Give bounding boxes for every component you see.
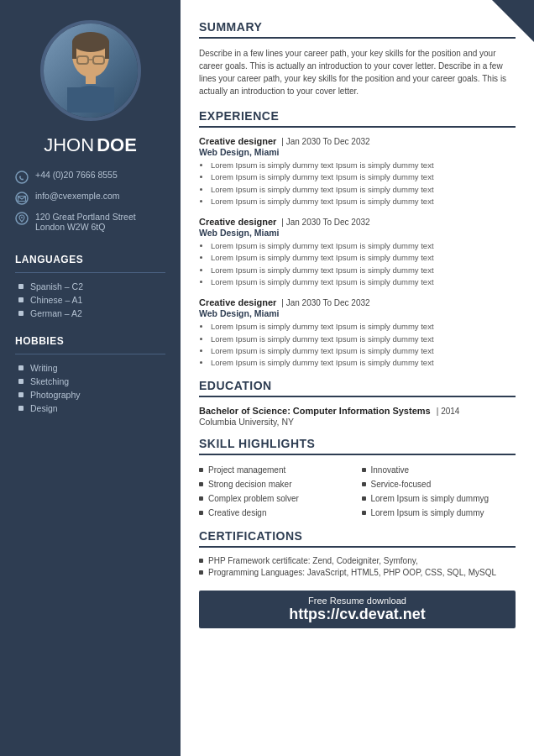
hobbies-divider [15,354,165,354]
exp3-bullets: Lorem Ipsum is simply dummy text Ipsum i… [199,321,516,368]
hobby-item-2: Sketching [0,375,181,388]
language-item-3: German – A2 [0,307,181,320]
first-name: JHON [44,134,94,155]
bullet-icon [18,284,24,289]
exp2-bullet-3: Lorem Ipsum is simply dummy text Ipsum i… [211,265,516,276]
watermark-line1: Free Resume download [202,596,512,606]
summary-title: SUMMARY [199,20,516,34]
svg-rect-7 [86,76,96,84]
main-wrapper: SUMMARY Describe in a few lines your car… [181,0,534,756]
edu-degree: Bachelor of Science: Computer Informatio… [199,406,431,416]
experience-divider [199,126,516,128]
skill-right-2: Service-focused [362,478,516,491]
hobby-item-3: Photography [0,388,181,402]
main-content: SUMMARY Describe in a few lines your car… [181,0,534,645]
watermark-line2: https://cv.devat.net [202,606,512,623]
certifications-divider [199,546,516,548]
email-text: info@cvexemple.com [35,191,120,201]
contact-section: +44 (0)20 7666 8555 info@cvexemple.com 1… [0,156,181,239]
language-item-2: Chinese – A1 [0,293,181,307]
exp3-bullet-3: Lorem Ipsum is simply dummy text Ipsum i… [211,345,516,356]
exp1-title: Creative designer [199,136,276,146]
skills-divider [199,454,516,455]
bullet-icon [199,496,203,501]
bullet-icon [199,559,203,563]
education-title: EDUCATION [199,379,516,392]
exp1-bullet-3: Lorem Ipsum is simply dummy text Ipsum i… [211,184,516,195]
location-contact: 120 Great Portland Street London W2W 6tQ [15,212,165,232]
skill-left-4: Creative design [199,507,353,519]
exp1-bullets: Lorem Ipsum is simply dummy text Ipsum i… [199,160,516,207]
exp2-company: Web Design, Miami [199,228,516,238]
svg-point-1 [72,32,109,52]
summary-text: Describe in a few lines your career path… [199,47,516,97]
language-item-1: Spanish – C2 [0,280,181,293]
sidebar: JHON DOE +44 (0)20 7666 8555 info@cvexem… [0,0,181,756]
phone-text: +44 (0)20 7666 8555 [35,170,118,180]
skill-right-4: Lorem Ipsum is simply dummy [362,507,516,519]
certifications-title: CERTIFICATIONS [199,529,516,543]
bullet-icon [362,468,366,472]
exp2-title: Creative designer [199,217,276,227]
exp1-bullet-4: Lorem Ipsum is simply dummy text Ipsum i… [211,196,516,207]
location-icon [15,212,29,225]
svg-rect-9 [67,87,114,113]
exp2-bullets: Lorem Ipsum is simply dummy text Ipsum i… [199,240,516,287]
svg-point-10 [16,171,28,183]
experience-title: EXPERIENCE [199,109,516,123]
exp1-bullet-1: Lorem Ipsum is simply dummy text Ipsum i… [211,160,516,171]
exp2-bullet-4: Lorem Ipsum is simply dummy text Ipsum i… [211,276,516,287]
last-name: DOE [97,134,137,155]
bullet-icon [362,482,366,486]
address-line1: 120 Great Portland Street [35,212,136,222]
bullet-icon [18,392,24,397]
exp1-company: Web Design, Miami [199,147,516,157]
languages-divider [15,272,165,273]
experience-block-1: Creative designer | Jan 2030 To Dec 2032… [199,136,516,207]
bullet-icon [18,297,24,302]
bullet-icon [362,511,366,515]
bullet-icon [199,511,203,515]
exp3-bullet-2: Lorem Ipsum is simply dummy text Ipsum i… [211,333,516,344]
exp1-bullet-2: Lorem Ipsum is simply dummy text Ipsum i… [211,171,516,182]
svg-rect-3 [105,42,109,59]
skill-left-2: Strong decision maker [199,478,353,491]
bullet-icon [199,570,203,575]
address-line2: London W2W 6tQ [35,222,136,232]
exp3-title: Creative designer [199,297,276,307]
exp2-bullet-1: Lorem Ipsum is simply dummy text Ipsum i… [211,240,516,251]
phone-icon [15,171,29,184]
bullet-icon [18,311,24,316]
education-divider [199,396,516,397]
skills-title: SKILL HIGHLIGHTS [199,437,516,450]
email-icon [15,192,29,205]
exp1-date: | Jan 2030 To Dec 2032 [281,137,369,146]
email-contact: info@cvexemple.com [15,191,165,205]
summary-divider [199,37,516,39]
avatar [40,20,141,121]
hobbies-title: HOBBIES [0,335,181,347]
hobby-item-1: Writing [0,361,181,375]
edu-year: | 2014 [437,407,460,416]
cert-item-1: PHP Framework certificate: Zend, Codeign… [199,556,516,565]
exp3-bullet-4: Lorem Ipsum is simply dummy text Ipsum i… [211,357,516,368]
exp3-bullet-1: Lorem Ipsum is simply dummy text Ipsum i… [211,321,516,332]
watermark: Free Resume download https://cv.devat.ne… [199,591,516,628]
exp2-bullet-2: Lorem Ipsum is simply dummy text Ipsum i… [211,252,516,263]
svg-rect-2 [72,42,76,59]
hobby-item-4: Design [0,402,181,415]
bullet-icon [362,496,366,501]
skill-right-3: Lorem Ipsum is simply dummyg [362,492,516,505]
bullet-icon [18,379,24,384]
skill-left-1: Project management [199,464,353,476]
bullet-icon [199,482,203,486]
skill-left-3: Complex problem solver [199,492,353,505]
location-text: 120 Great Portland Street London W2W 6tQ [35,212,136,232]
cert-item-2: Programming Languages: JavaScript, HTML5… [199,568,516,577]
skill-right-1: Innovative [362,464,516,476]
exp3-company: Web Design, Miami [199,308,516,318]
phone-contact: +44 (0)20 7666 8555 [15,170,165,184]
name-section: JHON DOE [35,134,145,156]
bullet-icon [18,365,24,370]
bullet-icon [199,468,203,472]
